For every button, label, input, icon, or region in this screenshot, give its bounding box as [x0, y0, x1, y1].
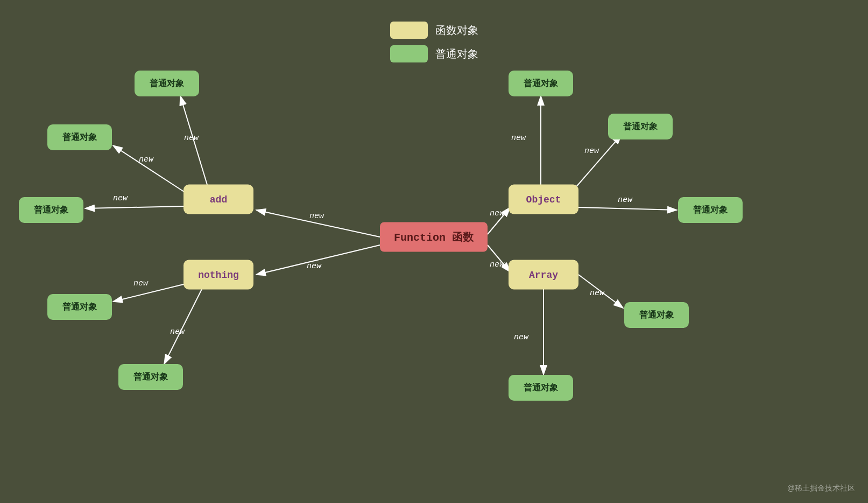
legend-func-obj-box [390, 22, 428, 39]
svg-line-11 [113, 145, 186, 193]
node-nothing-plain2: 普通对象 [118, 364, 183, 390]
svg-text:new: new [133, 279, 149, 288]
svg-text:new: new [307, 262, 322, 271]
svg-text:new: new [490, 260, 505, 269]
legend: 函数对象 普通对象 [390, 22, 478, 62]
svg-text:new: new [584, 146, 599, 156]
svg-text:new: new [590, 289, 605, 298]
node-object: Object [509, 185, 578, 214]
svg-line-1 [256, 210, 380, 237]
svg-line-17 [164, 289, 202, 364]
node-nothing: nothing [184, 260, 253, 290]
node-nothing-plain1: 普通对象 [47, 294, 112, 320]
svg-line-23 [578, 207, 677, 210]
node-function-center: Function 函数 [380, 222, 488, 252]
node-add: add [184, 185, 253, 214]
node-add-plain2: 普通对象 [47, 124, 112, 150]
diagram-canvas: new new new new new new new new new new … [0, 0, 868, 503]
node-add-plain3: 普通对象 [19, 197, 83, 223]
svg-text:new: new [618, 195, 633, 205]
legend-plain-obj: 普通对象 [390, 45, 478, 62]
svg-text:new: new [490, 209, 505, 218]
svg-line-13 [85, 206, 184, 208]
svg-line-15 [113, 284, 186, 302]
node-array-plain1: 普通对象 [624, 302, 689, 328]
svg-text:new: new [113, 194, 128, 203]
svg-line-9 [180, 96, 207, 185]
svg-text:new: new [184, 134, 199, 143]
node-array: Array [509, 260, 578, 290]
node-add-plain1: 普通对象 [135, 71, 199, 96]
watermark: @稀土掘金技术社区 [787, 484, 855, 493]
svg-line-3 [256, 245, 380, 275]
svg-line-21 [575, 135, 622, 188]
legend-plain-obj-label: 普通对象 [435, 47, 478, 61]
node-object-plain1: 普通对象 [509, 71, 573, 96]
svg-text:new: new [170, 327, 185, 337]
svg-line-7 [488, 245, 510, 272]
svg-line-5 [488, 207, 510, 234]
node-object-plain2: 普通对象 [608, 114, 673, 139]
svg-text:new: new [309, 212, 324, 221]
svg-text:new: new [139, 155, 154, 164]
legend-func-obj: 函数对象 [390, 22, 478, 39]
svg-text:new: new [514, 333, 529, 342]
svg-line-25 [578, 275, 623, 308]
svg-text:new: new [511, 134, 526, 143]
node-array-plain2: 普通对象 [509, 375, 573, 401]
node-object-plain3: 普通对象 [678, 197, 743, 223]
legend-plain-obj-box [390, 45, 428, 62]
legend-func-obj-label: 函数对象 [435, 23, 478, 38]
